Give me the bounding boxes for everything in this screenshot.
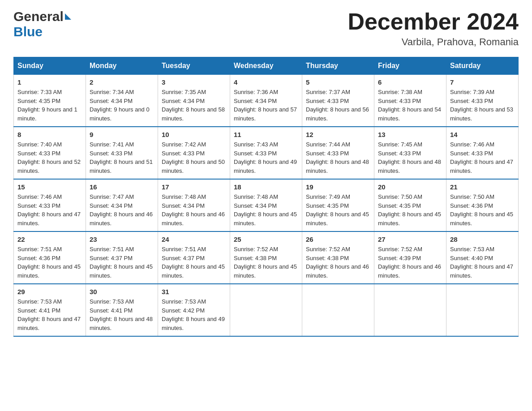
- day-cell: 13 Sunrise: 7:45 AM Sunset: 4:33 PM Dayl…: [374, 127, 446, 179]
- day-number: 7: [450, 78, 515, 86]
- day-info: Sunrise: 7:50 AM Sunset: 4:35 PM Dayligh…: [378, 193, 442, 227]
- day-cell: 14 Sunrise: 7:46 AM Sunset: 4:33 PM Dayl…: [446, 127, 519, 179]
- day-number: 28: [450, 235, 515, 243]
- logo: General Blue: [13, 9, 71, 39]
- day-number: 5: [306, 78, 370, 86]
- day-cell: 29 Sunrise: 7:53 AM Sunset: 4:41 PM Dayl…: [14, 284, 86, 336]
- calendar-header: SundayMondayTuesdayWednesdayThursdayFrid…: [14, 57, 519, 75]
- day-cell: 27 Sunrise: 7:52 AM Sunset: 4:39 PM Dayl…: [374, 231, 446, 284]
- day-info: Sunrise: 7:53 AM Sunset: 4:41 PM Dayligh…: [17, 297, 82, 332]
- day-number: 22: [17, 235, 82, 243]
- day-cell: 25 Sunrise: 7:52 AM Sunset: 4:38 PM Dayl…: [230, 231, 302, 284]
- day-cell: 4 Sunrise: 7:36 AM Sunset: 4:34 PM Dayli…: [230, 75, 302, 127]
- day-cell: 3 Sunrise: 7:35 AM Sunset: 4:34 PM Dayli…: [158, 75, 230, 127]
- day-info: Sunrise: 7:50 AM Sunset: 4:36 PM Dayligh…: [450, 193, 515, 227]
- day-number: 11: [234, 131, 298, 138]
- day-info: Sunrise: 7:53 AM Sunset: 4:42 PM Dayligh…: [162, 297, 226, 332]
- day-number: 24: [162, 235, 226, 243]
- day-info: Sunrise: 7:44 AM Sunset: 4:33 PM Dayligh…: [306, 140, 370, 175]
- day-number: 30: [90, 288, 154, 295]
- calendar-body: 1 Sunrise: 7:33 AM Sunset: 4:35 PM Dayli…: [14, 75, 519, 337]
- day-info: Sunrise: 7:37 AM Sunset: 4:33 PM Dayligh…: [306, 88, 370, 123]
- day-cell: 12 Sunrise: 7:44 AM Sunset: 4:33 PM Dayl…: [302, 127, 374, 179]
- day-info: Sunrise: 7:53 AM Sunset: 4:40 PM Dayligh…: [450, 245, 515, 280]
- header-thursday: Thursday: [302, 57, 374, 75]
- day-info: Sunrise: 7:39 AM Sunset: 4:33 PM Dayligh…: [450, 88, 515, 123]
- day-info: Sunrise: 7:34 AM Sunset: 4:34 PM Dayligh…: [90, 88, 154, 123]
- week-row-2: 8 Sunrise: 7:40 AM Sunset: 4:33 PM Dayli…: [14, 127, 519, 179]
- day-cell: 24 Sunrise: 7:51 AM Sunset: 4:37 PM Dayl…: [158, 231, 230, 284]
- day-number: 2: [90, 78, 154, 86]
- day-info: Sunrise: 7:51 AM Sunset: 4:36 PM Dayligh…: [17, 245, 82, 280]
- logo-arrow-icon: [65, 13, 71, 20]
- header-row: SundayMondayTuesdayWednesdayThursdayFrid…: [14, 57, 519, 75]
- header-monday: Monday: [86, 57, 158, 75]
- day-number: 8: [17, 131, 82, 138]
- day-number: 27: [378, 235, 442, 243]
- day-cell: 11 Sunrise: 7:43 AM Sunset: 4:33 PM Dayl…: [230, 127, 302, 179]
- day-cell: 22 Sunrise: 7:51 AM Sunset: 4:36 PM Dayl…: [14, 231, 86, 284]
- day-cell: [374, 284, 446, 336]
- day-number: 9: [90, 131, 154, 138]
- calendar-subtitle: Varbila, Prahova, Romania: [348, 36, 519, 48]
- day-cell: 1 Sunrise: 7:33 AM Sunset: 4:35 PM Dayli…: [14, 75, 86, 127]
- day-number: 26: [306, 235, 370, 243]
- calendar-table: SundayMondayTuesdayWednesdayThursdayFrid…: [13, 57, 519, 337]
- day-number: 6: [378, 78, 442, 86]
- day-cell: 15 Sunrise: 7:46 AM Sunset: 4:33 PM Dayl…: [14, 179, 86, 231]
- day-cell: 23 Sunrise: 7:51 AM Sunset: 4:37 PM Dayl…: [86, 231, 158, 284]
- day-number: 18: [234, 183, 298, 191]
- day-info: Sunrise: 7:38 AM Sunset: 4:33 PM Dayligh…: [378, 88, 442, 123]
- header-sunday: Sunday: [14, 57, 86, 75]
- header-tuesday: Tuesday: [158, 57, 230, 75]
- week-row-5: 29 Sunrise: 7:53 AM Sunset: 4:41 PM Dayl…: [14, 284, 519, 336]
- day-info: Sunrise: 7:52 AM Sunset: 4:38 PM Dayligh…: [306, 245, 370, 280]
- day-number: 19: [306, 183, 370, 191]
- day-info: Sunrise: 7:36 AM Sunset: 4:34 PM Dayligh…: [234, 88, 298, 123]
- day-cell: 7 Sunrise: 7:39 AM Sunset: 4:33 PM Dayli…: [446, 75, 519, 127]
- day-info: Sunrise: 7:40 AM Sunset: 4:33 PM Dayligh…: [17, 140, 82, 175]
- header-friday: Friday: [374, 57, 446, 75]
- day-info: Sunrise: 7:41 AM Sunset: 4:33 PM Dayligh…: [90, 140, 154, 175]
- day-number: 21: [450, 183, 515, 191]
- day-cell: [230, 284, 302, 336]
- day-number: 25: [234, 235, 298, 243]
- day-info: Sunrise: 7:52 AM Sunset: 4:39 PM Dayligh…: [378, 245, 442, 280]
- day-number: 29: [17, 288, 82, 295]
- day-number: 10: [162, 131, 226, 138]
- day-cell: 31 Sunrise: 7:53 AM Sunset: 4:42 PM Dayl…: [158, 284, 230, 336]
- header-wednesday: Wednesday: [230, 57, 302, 75]
- day-info: Sunrise: 7:48 AM Sunset: 4:34 PM Dayligh…: [162, 193, 226, 227]
- calendar-title: December 2024: [348, 9, 519, 34]
- day-cell: 16 Sunrise: 7:47 AM Sunset: 4:34 PM Dayl…: [86, 179, 158, 231]
- day-info: Sunrise: 7:51 AM Sunset: 4:37 PM Dayligh…: [162, 245, 226, 280]
- logo-blue: Blue: [13, 24, 43, 39]
- day-number: 31: [162, 288, 226, 295]
- header: General Blue December 2024 Varbila, Prah…: [13, 9, 519, 48]
- day-number: 13: [378, 131, 442, 138]
- day-info: Sunrise: 7:49 AM Sunset: 4:35 PM Dayligh…: [306, 193, 370, 227]
- logo-general: General: [13, 9, 64, 24]
- day-cell: 17 Sunrise: 7:48 AM Sunset: 4:34 PM Dayl…: [158, 179, 230, 231]
- day-info: Sunrise: 7:42 AM Sunset: 4:33 PM Dayligh…: [162, 140, 226, 175]
- day-number: 20: [378, 183, 442, 191]
- day-cell: 18 Sunrise: 7:48 AM Sunset: 4:34 PM Dayl…: [230, 179, 302, 231]
- day-cell: 9 Sunrise: 7:41 AM Sunset: 4:33 PM Dayli…: [86, 127, 158, 179]
- day-cell: 30 Sunrise: 7:53 AM Sunset: 4:41 PM Dayl…: [86, 284, 158, 336]
- day-info: Sunrise: 7:35 AM Sunset: 4:34 PM Dayligh…: [162, 88, 226, 123]
- day-info: Sunrise: 7:33 AM Sunset: 4:35 PM Dayligh…: [17, 88, 82, 123]
- day-number: 14: [450, 131, 515, 138]
- day-cell: 5 Sunrise: 7:37 AM Sunset: 4:33 PM Dayli…: [302, 75, 374, 127]
- day-number: 16: [90, 183, 154, 191]
- day-info: Sunrise: 7:52 AM Sunset: 4:38 PM Dayligh…: [234, 245, 298, 280]
- day-cell: 19 Sunrise: 7:49 AM Sunset: 4:35 PM Dayl…: [302, 179, 374, 231]
- day-number: 17: [162, 183, 226, 191]
- day-cell: [302, 284, 374, 336]
- day-info: Sunrise: 7:46 AM Sunset: 4:33 PM Dayligh…: [450, 140, 515, 175]
- title-area: December 2024 Varbila, Prahova, Romania: [348, 9, 519, 48]
- day-number: 15: [17, 183, 82, 191]
- day-cell: 26 Sunrise: 7:52 AM Sunset: 4:38 PM Dayl…: [302, 231, 374, 284]
- day-number: 4: [234, 78, 298, 86]
- day-cell: 20 Sunrise: 7:50 AM Sunset: 4:35 PM Dayl…: [374, 179, 446, 231]
- day-cell: 6 Sunrise: 7:38 AM Sunset: 4:33 PM Dayli…: [374, 75, 446, 127]
